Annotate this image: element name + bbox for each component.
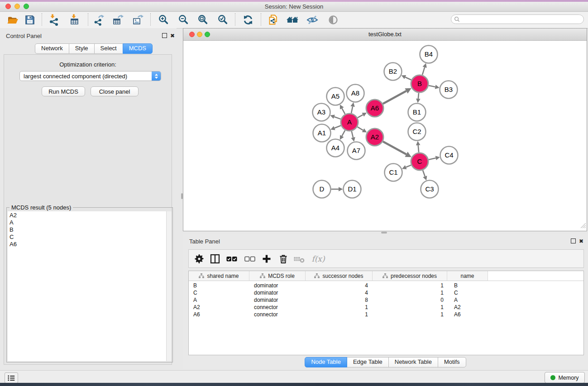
close-table-panel-icon[interactable]: ✖	[579, 238, 583, 244]
open-session-button[interactable]	[5, 13, 20, 27]
resize-grip-icon[interactable]	[580, 222, 586, 230]
graph-node-A[interactable]: A	[341, 114, 358, 131]
graph-edge-A-A2[interactable]	[358, 127, 363, 130]
desktop-horizontal-scrollbar[interactable]	[381, 232, 387, 234]
graph-node-A7[interactable]: A7	[348, 142, 365, 160]
graph-node-C3[interactable]: C3	[421, 181, 439, 198]
graph-node-C1[interactable]: C1	[385, 164, 402, 181]
export-image-button[interactable]	[130, 13, 146, 27]
graph-edge-C-C2[interactable]	[418, 145, 419, 152]
copy-network-button[interactable]	[266, 13, 281, 27]
graph-node-B2[interactable]: B2	[384, 63, 402, 81]
mcds-result-item[interactable]: A6	[8, 241, 166, 248]
close-window-icon[interactable]	[5, 4, 11, 9]
graph-node-B[interactable]: B	[411, 75, 428, 92]
zoom-selected-button[interactable]	[215, 13, 230, 27]
desktop-vertical-scrollbar[interactable]	[181, 193, 183, 199]
tab-node-table[interactable]: Node Table	[305, 357, 347, 367]
float-panel-icon[interactable]	[162, 33, 167, 38]
graph-edge-C-C4[interactable]	[429, 158, 436, 159]
graph-edge-A-A5[interactable]	[342, 108, 345, 114]
table-row[interactable]: Cdominator41C	[189, 289, 583, 296]
column-header-mcds-role[interactable]: MCDS role	[249, 271, 306, 281]
zoom-window-icon[interactable]	[24, 4, 29, 9]
tab-network-table[interactable]: Network Table	[388, 357, 438, 367]
graph-edge-A-A7[interactable]	[352, 131, 353, 138]
graph-edge-A-A8[interactable]	[351, 106, 353, 113]
column-header-shared-name[interactable]: shared name	[189, 271, 249, 281]
graph-edge-A6-B[interactable]	[383, 91, 406, 104]
function-builder-button[interactable]: f(x)	[309, 252, 327, 266]
graph-edge-A-A6[interactable]	[358, 115, 363, 118]
graph-node-A8[interactable]: A8	[347, 85, 364, 102]
graph-node-A3[interactable]: A3	[313, 104, 330, 121]
mcds-result-item[interactable]: A	[8, 219, 166, 226]
graph-node-C[interactable]: C	[411, 153, 428, 170]
graph-edge-A-A1[interactable]	[335, 126, 341, 129]
mcds-result-item[interactable]: C	[8, 234, 166, 241]
frame-close-icon[interactable]	[189, 32, 195, 37]
float-table-panel-icon[interactable]	[571, 238, 576, 243]
mcds-result-item[interactable]: B	[8, 226, 166, 234]
table-row[interactable]: A2connector11A2	[189, 304, 583, 311]
graph-node-A2[interactable]: A2	[366, 129, 383, 146]
frame-zoom-icon[interactable]	[205, 32, 210, 37]
graph-node-A5[interactable]: A5	[327, 88, 344, 105]
zoom-in-button[interactable]	[156, 13, 171, 27]
column-header-name[interactable]: name	[447, 271, 488, 281]
graph-node-D1[interactable]: D1	[344, 181, 361, 198]
tab-mcds[interactable]: MCDS	[123, 43, 153, 54]
zoom-out-button[interactable]	[176, 13, 191, 27]
run-mcds-button[interactable]: Run MCDS	[42, 86, 85, 96]
tab-edge-table[interactable]: Edge Table	[347, 357, 389, 367]
graph-edge-B-B2[interactable]	[405, 77, 411, 80]
import-network-button[interactable]	[46, 13, 62, 27]
graph-edge-A2-C[interactable]	[383, 142, 406, 154]
mcds-result-scrollbar[interactable]	[167, 211, 172, 361]
column-header-predecessor-nodes[interactable]: predecessor nodes	[373, 271, 447, 281]
graph-node-A4[interactable]: A4	[327, 139, 344, 157]
mcds-result-item[interactable]: A2	[8, 212, 166, 219]
toggle-panel-mode-button[interactable]	[208, 252, 222, 266]
export-table-button[interactable]	[110, 13, 126, 27]
table-row[interactable]: Bdominator41B	[189, 282, 583, 289]
graph-node-A6[interactable]: A6	[366, 100, 383, 117]
graph-edge-A-A4[interactable]	[342, 130, 345, 136]
graph-node-C4[interactable]: C4	[440, 147, 458, 164]
minimize-window-icon[interactable]	[14, 4, 20, 9]
import-table-button[interactable]	[67, 13, 82, 27]
home-button[interactable]	[285, 13, 300, 27]
graph-edge-B-B1[interactable]	[418, 93, 419, 99]
memory-button[interactable]: Memory	[545, 372, 585, 383]
close-panel-icon[interactable]: ✖	[170, 33, 175, 38]
optimization-criterion-select[interactable]: largest connected component (directed)	[19, 71, 161, 81]
graph-edge-B-B3[interactable]	[429, 86, 435, 87]
graph-node-B1[interactable]: B1	[408, 104, 426, 121]
search-input[interactable]	[460, 16, 582, 23]
tab-network[interactable]: Network	[35, 43, 69, 54]
table-row[interactable]: Adominator80A	[189, 296, 583, 304]
export-network-button[interactable]	[91, 13, 107, 27]
select-all-button[interactable]	[225, 252, 239, 266]
frame-minimize-icon[interactable]	[197, 32, 202, 37]
network-frame-titlebar[interactable]: testGlobe.txt	[183, 29, 587, 41]
close-mcds-panel-button[interactable]: Close panel	[91, 86, 139, 96]
delete-table-button[interactable]	[292, 252, 306, 266]
show-task-history-button[interactable]	[5, 372, 18, 383]
graph-node-C2[interactable]: C2	[408, 123, 426, 141]
tab-motifs[interactable]: Motifs	[438, 357, 466, 367]
hide-graphics-details-button[interactable]	[305, 13, 320, 27]
zoom-fit-button[interactable]	[195, 13, 210, 27]
table-row[interactable]: A6connector11A6	[189, 311, 583, 318]
save-session-button[interactable]	[22, 13, 38, 27]
tab-style[interactable]: Style	[69, 43, 95, 54]
refresh-layout-button[interactable]	[240, 13, 256, 27]
graph-node-B4[interactable]: B4	[420, 46, 438, 63]
attribute-settings-button[interactable]	[192, 252, 206, 266]
network-canvas[interactable]: B4B2BB3A8A5A6B1A3AC2A1A2A4A7C4CC1C3DD1	[183, 41, 587, 231]
add-column-button[interactable]	[260, 252, 273, 266]
graph-edge-C-C3[interactable]	[423, 170, 425, 176]
delete-column-button[interactable]	[277, 252, 290, 266]
graph-edge-C-C1[interactable]	[406, 165, 411, 167]
graph-edge-B-B4[interactable]	[422, 67, 425, 75]
